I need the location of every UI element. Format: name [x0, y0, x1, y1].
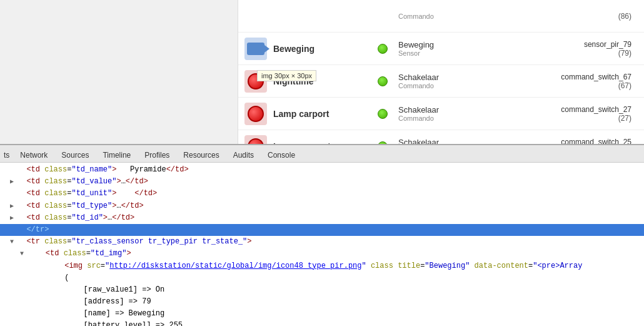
tab-audits[interactable]: Audits	[226, 147, 261, 162]
motion-icon	[247, 43, 264, 55]
code-line-10: ▶ (	[0, 272, 644, 284]
sensor-type-lamp-carport: Schakelaar Commando	[392, 105, 505, 122]
tab-console[interactable]: Console	[261, 147, 302, 162]
sensor-status-beweging	[373, 44, 392, 54]
toggle-8[interactable]	[20, 249, 28, 259]
sensor-type-nighttime: Schakelaar Commando	[392, 73, 505, 89]
tab-resources[interactable]: Resources	[176, 147, 226, 162]
tab-partial-ts[interactable]: ts	[0, 147, 13, 162]
status-dot-lamp-carport	[378, 109, 388, 119]
code-line-4: <td class="td_type">…</td>	[0, 200, 644, 212]
code-line-11: ▶ [raw_value1] => On	[0, 284, 644, 296]
sensor-name-beweging: Beweging	[273, 44, 373, 54]
img-src-link[interactable]: http://diskstation/static/global/img/ico…	[109, 262, 361, 270]
sensor-type-beweging: Beweging Sensor	[392, 40, 505, 57]
sensor-icon-beweging	[244, 38, 267, 60]
toggle-2[interactable]	[10, 177, 18, 187]
sensor-row-top[interactable]: Commando (86)	[238, 0, 644, 33]
sensor-id-beweging: sensor_pir_79 (79)	[505, 40, 638, 58]
toggle-7[interactable]	[10, 237, 18, 247]
sensor-status-nighttime	[373, 76, 392, 86]
red-circle-icon-computer	[248, 138, 264, 145]
code-line-5: <td class="td_id">…</td>	[0, 212, 644, 224]
code-line-1: ▶ <td class="td_name"> Pyramide</td>	[0, 164, 644, 176]
sensor-type-lamp-computer: Schakelaar Commando	[392, 138, 505, 144]
toggle-4[interactable]	[10, 201, 18, 211]
sensor-row-beweging[interactable]: Beweging Beweging Sensor sensor_pir_79 (…	[238, 33, 644, 65]
status-dot-nighttime	[378, 76, 388, 86]
code-line-6[interactable]: ▶ </tr>	[0, 224, 644, 236]
toggle-5[interactable]	[10, 213, 18, 223]
sensor-id-lamp-carport: command_switch_27 (27)	[505, 105, 638, 123]
sensor-id-nighttime: command_switch_67 (67)	[505, 73, 638, 90]
sensor-row-lamp-carport[interactable]: Lamp carport Schakelaar Commando command…	[238, 98, 644, 130]
sensor-id-top: (86)	[505, 12, 638, 21]
devtools-panel: ts Network Sources Timeline Profiles Res…	[0, 144, 644, 326]
sensor-id-lamp-computer: command_switch_25 (25)	[505, 138, 638, 145]
code-line-8: <td class="td_img">	[0, 248, 644, 260]
code-line-3: ▶ <td class="td_unit"> </td>	[0, 188, 644, 200]
red-circle-icon-carport	[248, 106, 264, 122]
tab-profiles[interactable]: Profiles	[138, 147, 176, 162]
devtools-tabs: ts Network Sources Timeline Profiles Res…	[0, 145, 644, 163]
status-dot-beweging	[378, 44, 388, 54]
left-gray-area	[0, 0, 238, 144]
tab-timeline[interactable]: Timeline	[96, 147, 138, 162]
code-line-9: ▶ <img src="http://diskstation/static/gl…	[0, 260, 644, 272]
code-line-12: ▶ [address] => 79	[0, 296, 644, 308]
sensor-status-lamp-carport	[373, 109, 392, 119]
tab-network[interactable]: Network	[13, 147, 54, 162]
sensor-type-top: Commando	[392, 13, 505, 20]
devtools-code-view: ▶ <td class="td_name"> Pyramide</td> <td…	[0, 163, 644, 326]
tab-sources[interactable]: Sources	[54, 147, 96, 162]
code-line-13: ▶ [name] => Beweging	[0, 308, 644, 320]
img-tooltip: img 30px × 30px	[257, 70, 316, 81]
sensor-icon-lamp-computer	[244, 135, 267, 145]
code-line-2: <td class="td_value">…</td>	[0, 176, 644, 188]
sensor-icon-lamp-carport	[244, 103, 267, 125]
code-line-14: ▶ [battery_level] => 255	[0, 320, 644, 326]
sensor-row-lamp-computer[interactable]: Lamp computer Schakelaar Commando comman…	[238, 130, 644, 144]
sensor-list-panel: Commando (86) Beweging Beweging Sensor s…	[238, 0, 644, 144]
sensor-name-lamp-carport: Lamp carport	[273, 109, 373, 119]
code-line-7: <tr class="tr_class_sensor tr_type_pir t…	[0, 236, 644, 248]
